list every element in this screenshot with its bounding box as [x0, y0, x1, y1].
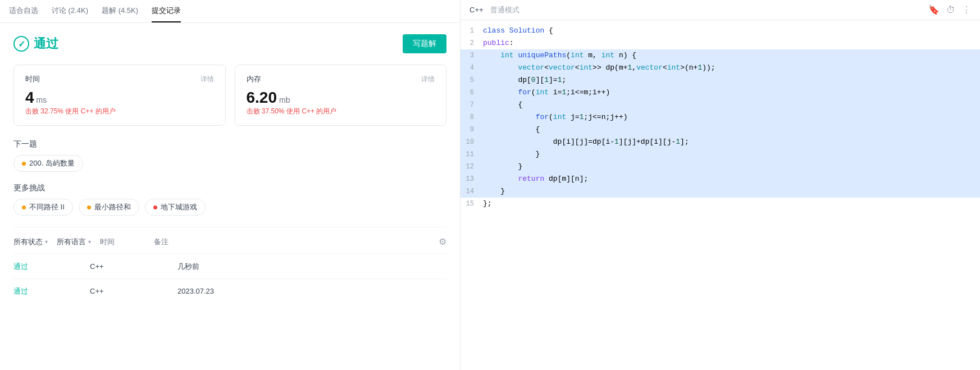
gear-icon[interactable]: ⚙ [439, 236, 446, 247]
bookmark-icon[interactable]: 🔖 [928, 4, 940, 15]
line-num-3: 3 [461, 49, 483, 62]
line-code-5: dp[0][1]=1; [483, 74, 980, 86]
line-code-1: class Solution { [483, 25, 980, 37]
code-line-5: 5 dp[0][1]=1; [461, 74, 980, 86]
more-challenges-section: 更多挑战 不同路径 II 最小路径和 地下城游戏 [13, 183, 446, 216]
row1-time: 2023.07.23 [177, 287, 234, 295]
content-area: ✓ 通过 写题解 时间 详情 4ms 击败 32.75% 使用 C++ 的用户 … [0, 23, 460, 314]
status-text: 通过 [34, 35, 58, 52]
status-pass: ✓ 通过 [13, 35, 58, 52]
code-line-8: 8 for(int j=1;j<=n;j++) [461, 111, 980, 124]
tab-suitable[interactable]: 适合自选 [9, 0, 38, 22]
line-num-15: 15 [461, 198, 483, 210]
line-num-4: 4 [461, 62, 483, 74]
line-num-14: 14 [461, 185, 483, 198]
editor-header: C++ 普通模式 🔖 ⏱ ⋮ [461, 0, 980, 20]
memory-label: 内存 [247, 74, 261, 84]
time-label: 时间 [25, 74, 40, 84]
line-num-10: 10 [461, 136, 483, 148]
line-code-2: public: [483, 37, 980, 49]
submission-row-1: 通过 C++ 2023.07.23 [13, 278, 446, 303]
row0-status-link[interactable]: 通过 [13, 262, 28, 271]
row0-lang: C++ [90, 262, 168, 271]
challenge-tag-0[interactable]: 不同路径 II [13, 199, 73, 216]
line-code-7: { [483, 99, 980, 111]
stats-cards: 时间 详情 4ms 击败 32.75% 使用 C++ 的用户 内存 详情 6.2… [13, 65, 446, 126]
editor-header-actions: 🔖 ⏱ ⋮ [928, 4, 971, 15]
editor-mode: 普通模式 [490, 5, 519, 15]
code-line-13: 13 return dp[m][n]; [461, 173, 980, 185]
challenge-dot-1 [87, 205, 91, 209]
line-num-2: 2 [461, 37, 483, 49]
memory-card: 内存 详情 6.20mb 击败 37.50% 使用 C++ 的用户 [235, 65, 447, 126]
line-num-9: 9 [461, 124, 483, 136]
line-code-3: int uniquePaths(int m, int n) { [483, 49, 980, 62]
line-code-14: } [483, 185, 980, 198]
challenge-label-1: 最小路径和 [94, 202, 131, 212]
time-sub: 击败 32.75% 使用 C++ 的用户 [25, 107, 214, 116]
more-challenges-title: 更多挑战 [13, 183, 446, 193]
status-row: ✓ 通过 写题解 [13, 34, 446, 53]
challenge-dot-0 [22, 205, 26, 209]
memory-value-row: 6.20mb [247, 89, 435, 107]
line-num-1: 1 [461, 25, 483, 37]
left-panel: 适合自选 讨论 (2.4K) 题解 (4.5K) 提交记录 ✓ 通过 写题解 时… [0, 0, 461, 370]
code-editor-area[interactable]: 1 class Solution { 2 public: 3 int uniqu… [461, 20, 980, 370]
timer-icon[interactable]: ⏱ [946, 5, 955, 15]
col-note-header: 备注 [154, 237, 430, 247]
line-code-4: vector<vector<int>> dp(m+1,vector<int>(n… [483, 62, 980, 74]
challenge-tag-2[interactable]: 地下城游戏 [145, 199, 206, 216]
line-num-11: 11 [461, 148, 483, 161]
submission-row-0: 通过 C++ 几秒前 [13, 254, 446, 278]
line-num-5: 5 [461, 74, 483, 86]
line-num-8: 8 [461, 111, 483, 124]
line-code-6: for(int i=1;i<=m;i++) [483, 86, 980, 99]
line-code-10: dp[i][j]=dp[i-1][j]+dp[i][j-1]; [483, 136, 980, 148]
row1-status-link[interactable]: 通过 [13, 287, 28, 295]
row0-time: 几秒前 [177, 262, 234, 272]
tab-solutions[interactable]: 题解 (4.5K) [102, 0, 138, 22]
tabs-bar: 适合自选 讨论 (2.4K) 题解 (4.5K) 提交记录 [0, 0, 460, 23]
line-num-6: 6 [461, 86, 483, 99]
tab-discussion[interactable]: 讨论 (2.4K) [52, 0, 88, 22]
filter-status-button[interactable]: 所有状态 ▾ [13, 237, 48, 247]
time-value: 4 [25, 89, 34, 106]
memory-unit: mb [279, 95, 290, 104]
challenge-label-2: 地下城游戏 [161, 202, 197, 212]
next-problem-title: 下一题 [13, 139, 446, 149]
time-card: 时间 详情 4ms 击败 32.75% 使用 C++ 的用户 [13, 65, 226, 126]
language-selector[interactable]: C++ [470, 6, 484, 14]
line-code-8: for(int j=1;j<=n;j++) [483, 111, 980, 124]
code-line-12: 12 } [461, 161, 980, 173]
line-code-9: { [483, 124, 980, 136]
code-line-14: 14 } [461, 185, 980, 198]
code-line-10: 10 dp[i][j]=dp[i-1][j]+dp[i][j-1]; [461, 136, 980, 148]
code-line-7: 7 { [461, 99, 980, 111]
tab-submissions[interactable]: 提交记录 [152, 0, 181, 22]
time-detail-link[interactable]: 详情 [200, 75, 214, 84]
next-problem-label: 200. 岛屿数量 [29, 158, 75, 168]
next-problem-tag[interactable]: 200. 岛屿数量 [13, 155, 83, 172]
settings-icon[interactable]: ⋮ [962, 4, 971, 15]
line-num-13: 13 [461, 173, 483, 185]
code-line-6: 6 for(int i=1;i<=m;i++) [461, 86, 980, 99]
memory-detail-link[interactable]: 详情 [421, 75, 435, 84]
col-time-header: 时间 [100, 237, 145, 247]
submission-section: 所有状态 ▾ 所有语言 ▾ 时间 备注 ⚙ 通过 C++ 几秒前 [13, 227, 446, 303]
line-num-7: 7 [461, 99, 483, 111]
memory-sub: 击败 37.50% 使用 C++ 的用户 [247, 107, 435, 116]
line-code-12: } [483, 161, 980, 173]
filter-lang-button[interactable]: 所有语言 ▾ [57, 237, 91, 247]
time-value-row: 4ms [25, 89, 214, 107]
filter-lang-arrow: ▾ [88, 239, 91, 245]
check-icon: ✓ [13, 36, 29, 52]
time-card-header: 时间 详情 [25, 74, 214, 84]
challenge-tag-1[interactable]: 最小路径和 [79, 199, 139, 216]
write-solution-button[interactable]: 写题解 [403, 34, 446, 53]
right-panel: C++ 普通模式 🔖 ⏱ ⋮ 1 class Solution { 2 publ… [461, 0, 980, 370]
line-code-11: } [483, 148, 980, 161]
filter-status-arrow: ▾ [45, 239, 48, 245]
problem-difficulty-dot [22, 162, 26, 166]
challenge-dot-2 [153, 205, 157, 209]
code-line-1: 1 class Solution { [461, 25, 980, 37]
